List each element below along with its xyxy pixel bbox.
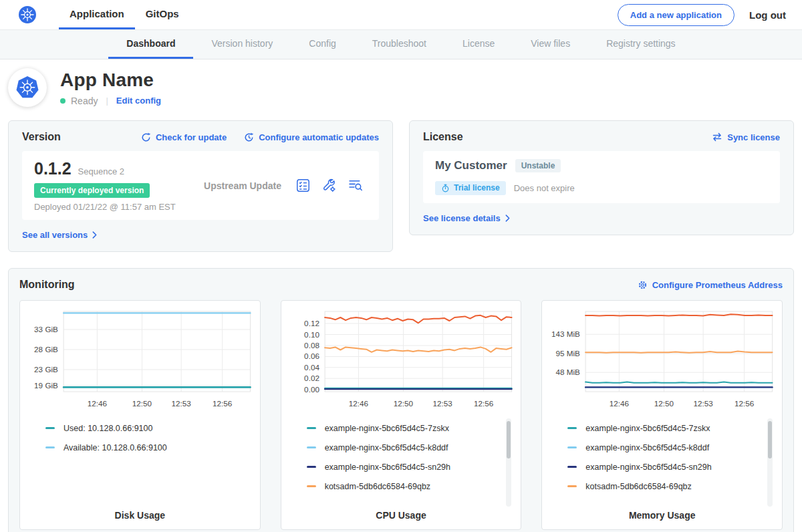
configure-automatic-updates-label: Configure automatic updates: [259, 132, 379, 142]
license-card: License Sync license My Customer Unstabl…: [409, 120, 794, 235]
topnav-tab-gitops-label: GitOps: [146, 8, 179, 19]
disk-usage-legend: Used: 10.128.0.66:9100 Available: 10.128…: [45, 418, 251, 510]
see-license-details-label: See license details: [423, 213, 501, 223]
legend-scrollbar-thumb[interactable]: [768, 421, 772, 458]
svg-text:48 MiB: 48 MiB: [556, 368, 581, 376]
legend-scrollbar-thumb[interactable]: [507, 421, 511, 458]
legend-label: Used: 10.128.0.66:9100: [63, 424, 152, 433]
legend-item: example-nginx-5bc6f5d4c5-k8ddf: [307, 438, 512, 457]
sync-icon: [712, 132, 722, 142]
memory-usage-title: Memory Usage: [547, 510, 777, 521]
preflight-checks-icon[interactable]: [296, 178, 310, 192]
svg-text:0.10: 0.10: [304, 330, 319, 339]
legend-item: example-nginx-5bc6f5d4c5-sn29h: [567, 457, 773, 477]
legend-dash: [307, 466, 316, 468]
legend-item: kotsadm-5db6dc6584-69qbz: [567, 477, 773, 496]
status-dot: [60, 98, 65, 104]
edit-config-link[interactable]: Edit config: [116, 96, 161, 106]
check-for-update-label: Check for update: [156, 132, 227, 142]
stopwatch-icon: [441, 184, 450, 192]
cpu-usage-panel: 0.120.100.080.060.040.020.0012:4612:5012…: [281, 300, 522, 530]
legend-dash: [567, 466, 577, 468]
deployed-timestamp: Deployed 01/21/22 @ 11:57 am EST: [34, 202, 189, 212]
cpu-usage-chart: 0.120.100.080.060.040.020.0012:4612:5012…: [287, 307, 516, 409]
tab-license[interactable]: License: [444, 30, 513, 59]
legend-label: example-nginx-5bc6f5d4c5-7zskx: [585, 424, 710, 433]
tab-dashboard[interactable]: Dashboard: [108, 30, 193, 59]
svg-text:12:53: 12:53: [171, 399, 190, 408]
schedule-update-icon: [244, 132, 254, 142]
legend-item: kotsadm-5db6dc6584-69qbz: [307, 477, 512, 496]
svg-text:28 GiB: 28 GiB: [34, 345, 58, 354]
add-application-button[interactable]: Add a new application: [618, 4, 734, 26]
legend-dash: [307, 485, 316, 487]
tab-version-history[interactable]: Version history: [193, 30, 291, 59]
legend-label: example-nginx-5bc6f5d4c5-sn29h: [325, 462, 450, 472]
sync-license-link[interactable]: Sync license: [712, 132, 780, 142]
legend-label: example-nginx-5bc6f5d4c5-k8ddf: [585, 443, 709, 452]
svg-text:12:53: 12:53: [432, 399, 452, 408]
topnav-tab-application-label: Application: [70, 8, 124, 19]
trial-license-label: Trial license: [454, 183, 500, 192]
legend-item: Used: 10.128.0.66:9100: [45, 418, 251, 438]
svg-text:143 MiB: 143 MiB: [551, 329, 580, 338]
logout-button[interactable]: Log out: [749, 9, 786, 21]
see-all-versions-label: See all versions: [22, 230, 88, 240]
legend-label: example-nginx-5bc6f5d4c5-7zskx: [325, 424, 449, 433]
kubernetes-logo-icon: [19, 6, 36, 23]
tab-view-files[interactable]: View files: [513, 30, 588, 59]
svg-text:12:46: 12:46: [610, 399, 629, 408]
topnav-tab-application[interactable]: Application: [59, 0, 135, 29]
svg-text:12:56: 12:56: [213, 399, 232, 408]
update-type-label: Upstream Update: [189, 180, 296, 191]
see-all-versions-link[interactable]: See all versions: [22, 230, 97, 240]
svg-text:0.04: 0.04: [304, 363, 319, 372]
gear-icon: [638, 280, 648, 290]
status-text: Ready: [71, 96, 98, 106]
legend-label: kotsadm-5db6dc6584-69qbz: [585, 482, 691, 491]
configure-prometheus-link[interactable]: Configure Prometheus Address: [638, 280, 783, 290]
legend-item: example-nginx-5bc6f5d4c5-k8ddf: [567, 438, 773, 457]
legend-scrollbar[interactable]: [506, 418, 511, 507]
see-license-details-link[interactable]: See license details: [423, 213, 510, 223]
legend-item: Available: 10.128.0.66:9100: [45, 438, 251, 457]
tab-config[interactable]: Config: [291, 30, 354, 59]
license-card-title: License: [423, 131, 463, 143]
page-title: App Name: [60, 70, 161, 91]
monitoring-section: Monitoring Configure Prometheus Address …: [8, 268, 794, 532]
legend-item: example-nginx-5bc6f5d4c5-sn29h: [307, 457, 512, 477]
legend-scrollbar[interactable]: [767, 418, 773, 507]
legend-label: example-nginx-5bc6f5d4c5-sn29h: [585, 462, 711, 472]
view-diff-icon[interactable]: [348, 178, 363, 192]
svg-text:0.12: 0.12: [304, 319, 319, 327]
tab-registry-settings[interactable]: Registry settings: [588, 30, 693, 59]
legend-dash: [45, 446, 55, 448]
svg-text:12:46: 12:46: [88, 399, 107, 408]
legend-dash: [567, 446, 577, 448]
memory-usage-panel: 143 MiB95 MiB48 MiB12:4612:5012:5312:56 …: [541, 300, 783, 530]
configure-prometheus-label: Configure Prometheus Address: [652, 280, 783, 290]
chevron-right-icon: [92, 231, 97, 239]
topnav-tab-gitops[interactable]: GitOps: [135, 0, 190, 29]
svg-text:19 GiB: 19 GiB: [34, 381, 58, 390]
legend-dash: [45, 427, 55, 429]
chevron-right-icon: [505, 215, 510, 222]
tab-troubleshoot[interactable]: Troubleshoot: [354, 30, 444, 59]
svg-text:12:46: 12:46: [348, 399, 368, 408]
cpu-usage-title: CPU Usage: [287, 510, 516, 521]
svg-text:12:53: 12:53: [694, 399, 713, 408]
sync-license-label: Sync license: [727, 132, 780, 142]
separator: |: [106, 96, 108, 106]
legend-dash: [567, 485, 577, 487]
configure-automatic-updates-link[interactable]: Configure automatic updates: [244, 132, 379, 142]
svg-text:33 GiB: 33 GiB: [34, 325, 58, 334]
channel-badge: Unstable: [515, 159, 561, 172]
top-nav: Application GitOps Add a new application…: [0, 0, 802, 29]
version-sequence: Sequence 2: [78, 166, 124, 176]
check-for-update-link[interactable]: Check for update: [141, 132, 227, 142]
config-wrench-icon[interactable]: [322, 178, 336, 192]
svg-text:0.06: 0.06: [304, 352, 319, 361]
svg-text:0.02: 0.02: [304, 374, 319, 382]
memory-usage-chart: 143 MiB95 MiB48 MiB12:4612:5012:5312:56: [547, 307, 777, 409]
legend-dash: [307, 446, 316, 448]
